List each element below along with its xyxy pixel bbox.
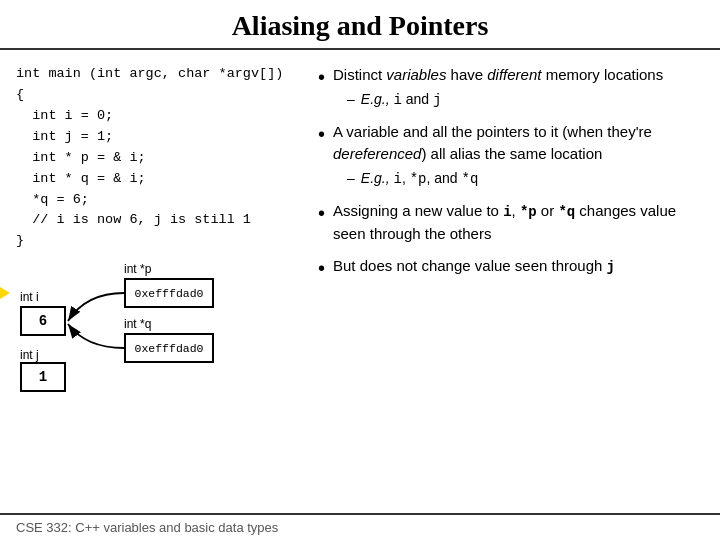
bullet-3-dot: • (318, 198, 325, 229)
bullet-4: • But does not change value seen through… (318, 255, 704, 284)
arrow-indicator-wrap (0, 282, 10, 304)
code-line-8: // i is now 6, j is still 1 (16, 210, 300, 231)
bullet-2-content: A variable and all the pointers to it (w… (333, 121, 704, 190)
code-line-5: int * p = & i; (16, 148, 300, 169)
int-i-label: int i (20, 290, 39, 304)
int-j-label: int j (20, 348, 39, 362)
slide-title: Aliasing and Pointers (232, 10, 489, 41)
yellow-arrow-icon (0, 282, 10, 304)
bullet-2-sub: – E.g., i, *p, and *q (347, 168, 704, 190)
bullet-1-sub: – E.g., i and j (347, 89, 663, 111)
box-i: 6 (20, 306, 66, 336)
box-j: 1 (20, 362, 66, 392)
code-line-9: } (16, 231, 300, 252)
code-line-4: int j = 1; (16, 127, 300, 148)
bullet-1-dot: • (318, 62, 325, 93)
left-panel: int main (int argc, char *argv[]) { int … (0, 58, 310, 513)
bullet-4-content: But does not change value seen through j (333, 255, 615, 278)
code-line-2: { (16, 85, 300, 106)
footer-text: CSE 332: C++ variables and basic data ty… (16, 520, 278, 535)
bullet-4-dot: • (318, 253, 325, 284)
box-p: 0xefffdad0 (124, 278, 214, 308)
bullet-list: • Distinct variables have different memo… (318, 64, 704, 284)
bullet-2-dot: • (318, 119, 325, 150)
code-line-6: int * q = & i; (16, 169, 300, 190)
bullet-2: • A variable and all the pointers to it … (318, 121, 704, 190)
code-block: int main (int argc, char *argv[]) { int … (16, 64, 300, 252)
code-line-3: int i = 0; (16, 106, 300, 127)
footer-bar: CSE 332: C++ variables and basic data ty… (0, 513, 720, 540)
bullet-1: • Distinct variables have different memo… (318, 64, 704, 111)
int-star-q-label: int *q (124, 317, 151, 331)
content-area: int main (int argc, char *argv[]) { int … (0, 50, 720, 513)
code-line-7: *q = 6; (16, 190, 300, 211)
box-q: 0xefffdad0 (124, 333, 214, 363)
right-panel: • Distinct variables have different memo… (310, 58, 720, 513)
int-star-p-label: int *p (124, 262, 151, 276)
slide: Aliasing and Pointers int main (int argc… (0, 0, 720, 540)
title-bar: Aliasing and Pointers (0, 0, 720, 50)
bullet-3-content: Assigning a new value to i, *p or *q cha… (333, 200, 704, 246)
bullet-3: • Assigning a new value to i, *p or *q c… (318, 200, 704, 246)
code-line-1: int main (int argc, char *argv[]) (16, 64, 300, 85)
bullet-1-content: Distinct variables have different memory… (333, 64, 663, 111)
